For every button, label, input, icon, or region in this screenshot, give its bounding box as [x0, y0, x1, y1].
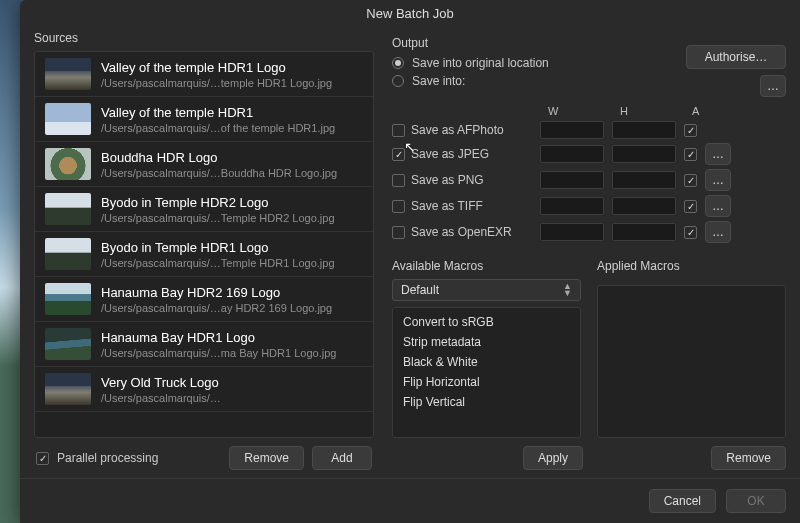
source-thumbnail	[45, 103, 91, 135]
format-checkbox[interactable]	[392, 124, 405, 137]
format-options-button[interactable]: …	[705, 143, 731, 165]
height-input[interactable]	[612, 121, 676, 139]
source-path: /Users/pascalmarquis/…Temple HDR2 Logo.j…	[101, 212, 363, 224]
source-item[interactable]: Valley of the temple HDR1/Users/pascalma…	[35, 97, 373, 142]
macro-item[interactable]: Convert to sRGB	[393, 312, 580, 332]
source-path: /Users/pascalmarquis/…ma Bay HDR1 Logo.j…	[101, 347, 363, 359]
source-title: Byodo in Temple HDR1 Logo	[101, 240, 363, 255]
source-thumbnail	[45, 58, 91, 90]
sources-panel: Sources Valley of the temple HDR1 Logo/U…	[34, 31, 374, 470]
macro-item[interactable]: Strip metadata	[393, 332, 580, 352]
format-checkbox[interactable]	[392, 148, 405, 161]
width-input[interactable]	[540, 171, 604, 189]
source-item[interactable]: Bouddha HDR Logo/Users/pascalmarquis/…Bo…	[35, 142, 373, 187]
height-input[interactable]	[612, 223, 676, 241]
macro-item[interactable]: Flip Horizontal	[393, 372, 580, 392]
aspect-checkbox[interactable]	[684, 226, 697, 239]
macro-group-value: Default	[401, 283, 439, 297]
format-label: Save as TIFF	[411, 199, 483, 213]
dialog-footer: Cancel OK	[20, 478, 800, 523]
source-thumbnail	[45, 193, 91, 225]
sources-footer: Parallel processing Remove Add	[34, 438, 374, 470]
source-title: Very Old Truck Logo	[101, 375, 363, 390]
macro-item[interactable]: Black & White	[393, 352, 580, 372]
height-input[interactable]	[612, 145, 676, 163]
source-path: /Users/pascalmarquis/…temple HDR1 Logo.j…	[101, 77, 363, 89]
source-path: /Users/pascalmarquis/…ay HDR2 169 Logo.j…	[101, 302, 363, 314]
width-input[interactable]	[540, 197, 604, 215]
remove-macro-button[interactable]: Remove	[711, 446, 786, 470]
aspect-checkbox[interactable]	[684, 200, 697, 213]
save-into-browse-button[interactable]: …	[760, 75, 786, 97]
applied-macros-list[interactable]	[597, 285, 786, 438]
source-title: Hanauma Bay HDR1 Logo	[101, 330, 363, 345]
source-item[interactable]: Hanauma Bay HDR1 Logo/Users/pascalmarqui…	[35, 322, 373, 367]
remove-source-button[interactable]: Remove	[229, 446, 304, 470]
format-options-button[interactable]: …	[705, 221, 731, 243]
col-h: H	[620, 105, 692, 117]
source-thumbnail	[45, 148, 91, 180]
width-input[interactable]	[540, 121, 604, 139]
source-thumbnail	[45, 283, 91, 315]
macro-item[interactable]: Flip Vertical	[393, 392, 580, 412]
dialog-title: New Batch Job	[20, 0, 800, 31]
source-item[interactable]: Hanauma Bay HDR2 169 Logo/Users/pascalma…	[35, 277, 373, 322]
source-item[interactable]: Very Old Truck Logo/Users/pascalmarquis/…	[35, 367, 373, 412]
output-panel: Output Save into original location Save …	[392, 31, 786, 470]
save-into-radio[interactable]	[392, 75, 404, 87]
format-options-button[interactable]: …	[705, 195, 731, 217]
ok-button[interactable]: OK	[726, 489, 786, 513]
source-thumbnail	[45, 328, 91, 360]
parallel-processing-label: Parallel processing	[57, 451, 158, 465]
output-label: Output	[392, 36, 674, 50]
available-macros-label: Available Macros	[392, 259, 581, 273]
format-row: Save as PNG…	[392, 169, 786, 191]
applied-macros-label: Applied Macros	[597, 259, 786, 273]
source-path: /Users/pascalmarquis/…of the temple HDR1…	[101, 122, 363, 134]
source-path: /Users/pascalmarquis/…	[101, 392, 363, 404]
batch-job-dialog: New Batch Job Sources Valley of the temp…	[20, 0, 800, 523]
source-item[interactable]: Byodo in Temple HDR1 Logo/Users/pascalma…	[35, 232, 373, 277]
save-original-location-radio[interactable]	[392, 57, 404, 69]
aspect-checkbox[interactable]	[684, 124, 697, 137]
source-item[interactable]: Byodo in Temple HDR2 Logo/Users/pascalma…	[35, 187, 373, 232]
col-a: A	[692, 105, 728, 117]
save-original-location-label: Save into original location	[412, 56, 549, 70]
source-title: Valley of the temple HDR1 Logo	[101, 60, 363, 75]
col-w: W	[548, 105, 620, 117]
format-label: Save as AFPhoto	[411, 123, 504, 137]
format-checkbox[interactable]	[392, 174, 405, 187]
source-title: Bouddha HDR Logo	[101, 150, 363, 165]
cancel-button[interactable]: Cancel	[649, 489, 716, 513]
formats-section: W H A Save as AFPhotoSave as JPEG…Save a…	[392, 105, 786, 247]
aspect-checkbox[interactable]	[684, 148, 697, 161]
aspect-checkbox[interactable]	[684, 174, 697, 187]
source-title: Hanauma Bay HDR2 169 Logo	[101, 285, 363, 300]
format-label: Save as JPEG	[411, 147, 489, 161]
height-input[interactable]	[612, 171, 676, 189]
format-label: Save as PNG	[411, 173, 484, 187]
width-input[interactable]	[540, 223, 604, 241]
format-label: Save as OpenEXR	[411, 225, 512, 239]
save-into-label: Save into:	[412, 74, 465, 88]
format-checkbox[interactable]	[392, 200, 405, 213]
source-title: Valley of the temple HDR1	[101, 105, 363, 120]
dialog-content: Sources Valley of the temple HDR1 Logo/U…	[20, 31, 800, 478]
format-checkbox[interactable]	[392, 226, 405, 239]
available-macros-list[interactable]: Convert to sRGBStrip metadataBlack & Whi…	[392, 307, 581, 438]
source-item[interactable]: Valley of the temple HDR1 Logo/Users/pas…	[35, 52, 373, 97]
format-options-button[interactable]: …	[705, 169, 731, 191]
source-path: /Users/pascalmarquis/…Bouddha HDR Logo.j…	[101, 167, 363, 179]
authorise-button[interactable]: Authorise…	[686, 45, 786, 69]
add-source-button[interactable]: Add	[312, 446, 372, 470]
height-input[interactable]	[612, 197, 676, 215]
macro-group-select[interactable]: Default ▲▼	[392, 279, 581, 301]
format-row: Save as JPEG…	[392, 143, 786, 165]
width-input[interactable]	[540, 145, 604, 163]
source-list[interactable]: Valley of the temple HDR1 Logo/Users/pas…	[34, 51, 374, 438]
parallel-processing-checkbox[interactable]	[36, 452, 49, 465]
apply-macro-button[interactable]: Apply	[523, 446, 583, 470]
source-title: Byodo in Temple HDR2 Logo	[101, 195, 363, 210]
select-arrows-icon: ▲▼	[563, 283, 572, 297]
sources-label: Sources	[34, 31, 374, 45]
